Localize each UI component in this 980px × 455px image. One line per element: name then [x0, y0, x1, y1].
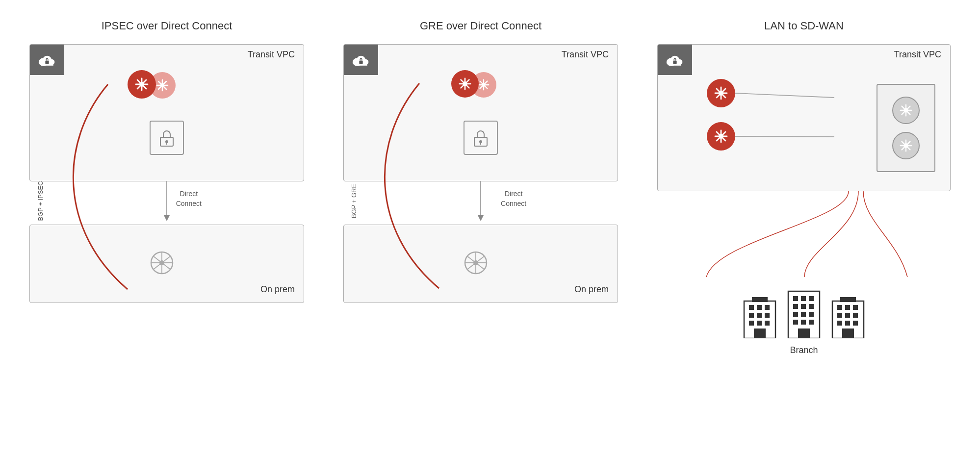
svg-rect-62 — [801, 312, 806, 317]
svg-rect-61 — [793, 312, 798, 317]
svg-rect-4 — [45, 61, 49, 64]
ipsec-onprem-label: On prem — [260, 284, 295, 295]
svg-point-22 — [463, 81, 467, 86]
gre-gateway-red — [451, 70, 479, 98]
svg-point-38 — [903, 108, 908, 112]
branch-building-center — [786, 289, 822, 340]
sdwan-gray-circle-top — [892, 97, 920, 124]
ipsec-title: IPSEC over Direct Connect — [102, 20, 232, 32]
svg-point-6 — [160, 83, 164, 87]
svg-rect-71 — [853, 305, 858, 310]
branch-label: Branch — [790, 345, 818, 355]
svg-text:Connect: Connect — [176, 200, 202, 207]
svg-text:Direct: Direct — [180, 190, 198, 198]
svg-rect-46 — [749, 313, 754, 318]
sdwan-title: LAN to SD-WAN — [764, 20, 844, 32]
sdwan-cloud-icon — [658, 45, 692, 75]
svg-rect-53 — [752, 297, 768, 302]
gre-title: GRE over Direct Connect — [420, 20, 542, 32]
svg-point-36 — [719, 91, 723, 96]
gre-vpc-box: Transit VPC — [343, 44, 618, 181]
branch-building-left — [742, 295, 777, 340]
gre-onprem-box: On prem — [343, 225, 618, 303]
svg-rect-78 — [842, 329, 854, 338]
sdwan-vpc-box: Transit VPC — [657, 44, 951, 191]
svg-rect-35 — [673, 61, 676, 64]
branch-buildings — [742, 289, 866, 340]
svg-rect-50 — [757, 321, 762, 326]
branch-area: Branch — [657, 289, 951, 355]
svg-rect-47 — [757, 313, 762, 318]
gre-connector-area: Direct Connect BGP + GRE — [343, 181, 618, 221]
svg-rect-70 — [845, 305, 850, 310]
svg-rect-45 — [765, 305, 770, 310]
ipsec-cloud-icon — [30, 45, 64, 75]
svg-rect-69 — [837, 305, 842, 310]
svg-line-40 — [735, 93, 834, 98]
svg-rect-51 — [765, 321, 770, 326]
sdwan-red-circle-bottom — [707, 122, 735, 151]
svg-rect-63 — [809, 312, 814, 317]
svg-point-15 — [159, 260, 164, 265]
ipsec-bgp-label: BGP + IPSEC — [37, 181, 44, 221]
svg-rect-44 — [757, 305, 762, 310]
svg-point-7 — [139, 82, 144, 87]
svg-rect-55 — [793, 296, 798, 301]
sdwan-red-circle-top — [707, 79, 735, 107]
gre-cloud-icon — [344, 45, 378, 75]
svg-rect-52 — [754, 329, 766, 338]
diagram-gre: GRE over Direct Connect Transit VPC — [343, 20, 618, 303]
gre-bgp-label: BGP + GRE — [350, 184, 358, 218]
branch-building-right — [830, 295, 866, 340]
svg-rect-74 — [853, 313, 858, 318]
ipsec-connector-svg: Direct Connect — [29, 181, 304, 221]
svg-rect-43 — [749, 305, 754, 310]
ipsec-vpc-label: Transit VPC — [248, 50, 295, 60]
svg-rect-64 — [793, 320, 798, 325]
svg-point-30 — [473, 260, 478, 265]
svg-rect-72 — [837, 313, 842, 318]
svg-rect-65 — [801, 320, 806, 325]
sdwan-wrapper: Transit VPC — [657, 44, 951, 355]
svg-text:Direct: Direct — [505, 190, 523, 198]
ipsec-connector-area: Direct Connect BGP + IPSEC — [29, 181, 304, 221]
svg-point-21 — [482, 83, 485, 86]
svg-line-41 — [735, 136, 834, 137]
svg-rect-49 — [749, 321, 754, 326]
sdwan-inner-box — [877, 84, 935, 172]
gre-connector-svg: Direct Connect — [343, 181, 618, 221]
svg-text:Connect: Connect — [501, 200, 526, 207]
svg-rect-77 — [853, 321, 858, 326]
sdwan-gray-circle-bottom — [892, 132, 920, 159]
gre-router-icon — [461, 251, 491, 277]
sdwan-vpc-label: Transit VPC — [894, 50, 941, 60]
diagram-sdwan: LAN to SD-WAN Transit VPC — [657, 20, 951, 355]
svg-point-37 — [719, 134, 723, 139]
diagram-ipsec: IPSEC over Direct Connect Transit VPC — [29, 20, 304, 303]
ipsec-gateway-red — [128, 70, 156, 99]
svg-rect-66 — [809, 320, 814, 325]
ipsec-wrapper: Transit VPC — [29, 44, 304, 303]
ipsec-router-icon — [147, 251, 177, 277]
ipsec-lock-box — [150, 121, 184, 155]
sdwan-curve-area — [657, 191, 951, 279]
svg-rect-56 — [801, 296, 806, 301]
svg-rect-58 — [793, 304, 798, 309]
svg-rect-75 — [837, 321, 842, 326]
svg-rect-79 — [840, 297, 856, 302]
gre-onprem-label: On prem — [574, 284, 609, 295]
svg-point-39 — [903, 143, 908, 148]
svg-rect-60 — [809, 304, 814, 309]
ipsec-onprem-box: On prem — [29, 225, 304, 303]
main-container: IPSEC over Direct Connect Transit VPC — [0, 0, 980, 455]
sdwan-curve-svg — [657, 191, 951, 279]
gre-lock-box — [464, 121, 498, 155]
svg-rect-73 — [845, 313, 850, 318]
gre-wrapper: Transit VPC — [343, 44, 618, 303]
svg-rect-48 — [765, 313, 770, 318]
svg-rect-67 — [798, 329, 810, 338]
svg-rect-57 — [809, 296, 814, 301]
svg-rect-59 — [801, 304, 806, 309]
svg-rect-76 — [845, 321, 850, 326]
gre-vpc-label: Transit VPC — [562, 50, 609, 60]
